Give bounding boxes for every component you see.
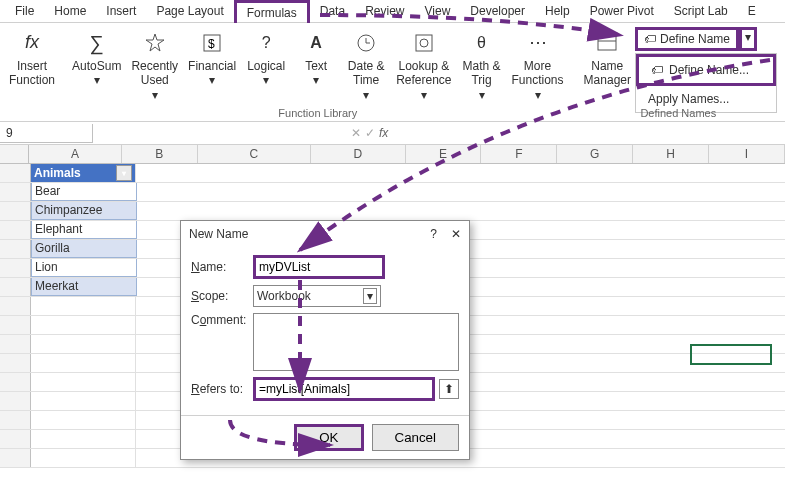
dialog-titlebar[interactable]: New Name ? ✕ (181, 221, 469, 247)
financial-button[interactable]: $ Financial ▾ (184, 27, 240, 104)
row-header[interactable] (0, 316, 31, 334)
enter-formula-icon[interactable]: ✓ (365, 126, 375, 140)
chevron-down-icon: ▾ (122, 169, 126, 178)
column-headers: A B C D E F G H I (0, 145, 785, 164)
star-icon (141, 29, 169, 57)
insert-function-button[interactable]: fx Insert Function (8, 27, 56, 90)
name-manager-icon (593, 29, 621, 57)
table-header-cell[interactable]: Animals ▾ (31, 164, 136, 182)
recently-used-button[interactable]: Recently Used ▾ (127, 27, 182, 104)
row-header[interactable] (0, 164, 31, 182)
comment-label: Comment: (191, 313, 253, 327)
chevron-down-icon: ▾ (363, 88, 369, 102)
col-header-H[interactable]: H (633, 145, 709, 163)
row-header[interactable] (0, 221, 31, 239)
tag-icon: 🏷 (651, 63, 663, 77)
tab-formulas[interactable]: Formulas (234, 0, 310, 23)
lookup-reference-button[interactable]: Lookup & Reference ▾ (392, 27, 455, 104)
tab-home[interactable]: Home (44, 1, 96, 21)
collapse-dialog-button[interactable]: ⬆ (439, 379, 459, 399)
chevron-down-icon: ▾ (94, 73, 100, 87)
refers-to-label: Refers to: (191, 382, 253, 396)
tab-insert[interactable]: Insert (96, 1, 146, 21)
row-header[interactable] (0, 278, 31, 296)
tab-script-lab[interactable]: Script Lab (664, 1, 738, 21)
row-header[interactable] (0, 240, 31, 258)
group-label-defined-names: Defined Names (580, 107, 777, 119)
date-time-button[interactable]: Date & Time ▾ (342, 27, 390, 104)
tab-extra[interactable]: E (738, 1, 766, 21)
sigma-icon: ∑ (83, 29, 111, 57)
row-header[interactable] (0, 202, 31, 220)
ribbon-tabs: File Home Insert Page Layout Formulas Da… (0, 0, 785, 23)
chevron-down-icon: ▾ (535, 88, 541, 102)
col-header-G[interactable]: G (557, 145, 633, 163)
table-cell[interactable]: Gorilla (31, 240, 137, 258)
chevron-down-icon: ▾ (313, 73, 319, 87)
col-header-I[interactable]: I (709, 145, 785, 163)
name-input[interactable] (253, 255, 385, 279)
tab-review[interactable]: Review (355, 1, 414, 21)
define-name-button[interactable]: 🏷 Define Name (635, 27, 739, 51)
tab-page-layout[interactable]: Page Layout (146, 1, 233, 21)
table-cell[interactable]: Bear (31, 183, 137, 201)
chevron-down-icon: ▾ (209, 73, 215, 87)
fx-icon[interactable]: fx (379, 126, 388, 140)
more-functions-button[interactable]: ⋯ More Functions ▾ (508, 27, 568, 104)
row-header[interactable] (0, 354, 31, 372)
help-button[interactable]: ? (430, 227, 437, 241)
col-header-E[interactable]: E (406, 145, 482, 163)
row-header[interactable] (0, 259, 31, 277)
row-header[interactable] (0, 449, 31, 467)
define-name-dropdown[interactable]: ▾ (739, 27, 757, 51)
col-header-F[interactable]: F (481, 145, 557, 163)
row-header[interactable] (0, 297, 31, 315)
table-cell[interactable]: Elephant (31, 221, 137, 239)
tab-help[interactable]: Help (535, 1, 580, 21)
menu-item-define-name[interactable]: 🏷 Define Name... (636, 54, 776, 86)
row-header[interactable] (0, 392, 31, 410)
name-manager-button[interactable]: Name Manager (580, 27, 635, 113)
col-header-C[interactable]: C (198, 145, 311, 163)
svg-text:$: $ (208, 37, 215, 51)
tab-power-pivot[interactable]: Power Pivot (580, 1, 664, 21)
new-name-dialog: New Name ? ✕ Name: Scope: Workbook ▾ Com… (180, 220, 470, 460)
scope-label: Scope: (191, 289, 253, 303)
ribbon: fx Insert Function ∑ AutoSum ▾ Recently … (0, 23, 785, 122)
cancel-formula-icon[interactable]: ✕ (351, 126, 361, 140)
math-trig-button[interactable]: θ Math & Trig ▾ (458, 27, 506, 104)
name-box[interactable]: 9 (0, 124, 93, 143)
row-header[interactable] (0, 335, 31, 353)
cancel-button[interactable]: Cancel (372, 424, 460, 451)
scope-select[interactable]: Workbook ▾ (253, 285, 381, 307)
group-label-function-library: Function Library (68, 107, 567, 119)
filter-dropdown-button[interactable]: ▾ (116, 165, 132, 181)
row-header[interactable] (0, 430, 31, 448)
table-cell[interactable]: Meerkat (31, 278, 137, 296)
tab-data[interactable]: Data (310, 1, 355, 21)
tab-view[interactable]: View (415, 1, 461, 21)
col-header-A[interactable]: A (29, 145, 122, 163)
table-cell[interactable]: Lion (31, 259, 137, 277)
chevron-down-icon: ▾ (479, 88, 485, 102)
refers-to-input[interactable] (253, 377, 435, 401)
tab-file[interactable]: File (5, 1, 44, 21)
text-button[interactable]: A Text ▾ (292, 27, 340, 104)
row-header[interactable] (0, 373, 31, 391)
col-header-D[interactable]: D (311, 145, 406, 163)
chevron-down-icon: ▾ (152, 88, 158, 102)
row-header[interactable] (0, 411, 31, 429)
ok-button[interactable]: OK (294, 424, 363, 451)
table-cell[interactable]: Chimpanzee (31, 202, 137, 220)
theta-icon: θ (468, 29, 496, 57)
collapse-icon: ⬆ (444, 382, 454, 396)
autosum-button[interactable]: ∑ AutoSum ▾ (68, 27, 125, 104)
close-button[interactable]: ✕ (451, 227, 461, 241)
comment-input[interactable] (253, 313, 459, 371)
col-header-B[interactable]: B (122, 145, 198, 163)
tab-developer[interactable]: Developer (460, 1, 535, 21)
logical-button[interactable]: ? Logical ▾ (242, 27, 290, 104)
row-header[interactable] (0, 183, 31, 201)
tag-icon: 🏷 (644, 32, 656, 46)
logical-icon: ? (252, 29, 280, 57)
